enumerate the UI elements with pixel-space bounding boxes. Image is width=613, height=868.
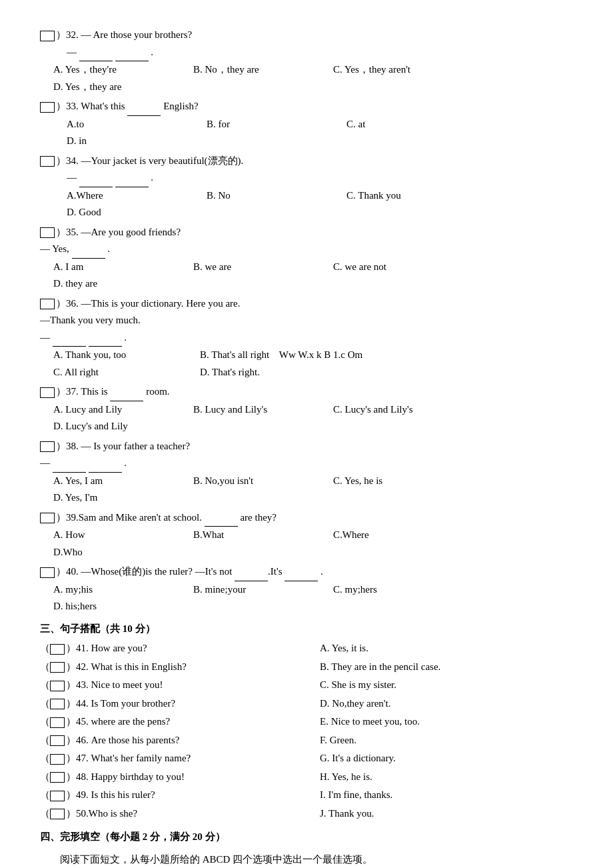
match-q48: （ ）48. Happy birthday to you! xyxy=(40,769,293,786)
q33-stem: ）33. What's this English? xyxy=(40,98,573,116)
q38-stem: ）38. — Is your father a teacher? xyxy=(40,438,573,455)
q34-blank-line: — . xyxy=(67,169,573,187)
question-37: ）37. This is room. A. Lucy and Lily B. L… xyxy=(40,383,573,435)
q35-optD: D. they are xyxy=(53,275,173,293)
section4-instruction: 阅读下面短文，从每小题所给的 ABCD 四个选项中选出一个最佳选项。 xyxy=(40,850,573,869)
match-ansE: E. Nice to meet you, too. xyxy=(320,713,573,731)
match-q41: （ ）41. How are you? xyxy=(40,640,293,657)
match-ansB: B. They are in the pencil case. xyxy=(320,659,573,676)
q32-optB: B. No，they are xyxy=(193,61,313,79)
q35-options: A. I am B. we are C. we are not D. they … xyxy=(53,259,573,293)
question-38: ）38. — Is your father a teacher? — . A. … xyxy=(40,438,573,507)
q40-optD: D. his;hers xyxy=(53,598,173,615)
q34-options: A.Where B. No C. Thank you D. Good xyxy=(67,187,573,221)
q38-optC: C. Yes, he is xyxy=(333,473,453,490)
q38-optA: A. Yes, I am xyxy=(53,473,173,490)
q32-stem: ）32. — Are those your brothers? xyxy=(40,27,573,44)
match-q49: （ ）49. Is this his ruler? xyxy=(40,787,293,804)
match-q46: （ ）46. Are those his parents? xyxy=(40,732,293,749)
q38-options: A. Yes, I am B. No,you isn't C. Yes, he … xyxy=(53,473,573,507)
q35-stem2: — Yes, . xyxy=(40,241,573,259)
match-left: （ ）41. How are you? （ ）42. What is this … xyxy=(40,640,293,823)
q40-stem: ）40. —Whose(谁的)is the ruler? —It's not .… xyxy=(40,563,573,581)
q37-optD: D. Lucy's and Lily xyxy=(53,418,173,435)
q34-optB: B. No xyxy=(207,187,326,205)
q36-optB: B. That's all right Ww W.x k B 1.c Om xyxy=(200,347,362,364)
q40-optA: A. my;his xyxy=(53,581,173,599)
q37-optA: A. Lucy and Lily xyxy=(53,401,173,419)
q36-options2: C. All right D. That's right. xyxy=(53,364,573,381)
question-35: ）35. —Are you good friends? — Yes, . A. … xyxy=(40,224,573,293)
match-ansI: I. I'm fine, thanks. xyxy=(320,787,573,804)
match-ansJ: J. Thank you. xyxy=(320,805,573,823)
q35-optC: C. we are not xyxy=(333,259,453,276)
q38-optB: B. No,you isn't xyxy=(193,473,313,490)
question-33: ）33. What's this English? A.to B. for C.… xyxy=(40,98,573,150)
q40-optB: B. mine;your xyxy=(193,581,313,599)
match-q50: （ ）50.Who is she? xyxy=(40,805,293,823)
match-ansD: D. No,they aren't. xyxy=(320,695,573,713)
q33-optA: A.to xyxy=(67,116,187,133)
question-32: ）32. — Are those your brothers? — . A. Y… xyxy=(40,27,573,95)
match-q43: （ ）43. Nice to meet you! xyxy=(40,677,293,694)
q36-blank-line: — . xyxy=(40,329,573,347)
q33-optB: B. for xyxy=(207,116,326,133)
q32-optC: C. Yes，they aren't xyxy=(333,61,453,79)
q39-optD: D.Who xyxy=(53,544,173,561)
match-right: A. Yes, it is. B. They are in the pencil… xyxy=(320,640,573,823)
q36-stem: ）36. —This is your dictionary. Here you … xyxy=(40,295,573,313)
question-36: ）36. —This is your dictionary. Here you … xyxy=(40,295,573,381)
q35-optA: A. I am xyxy=(53,259,173,276)
question-39: ）39.Sam and Mike aren't at school. are t… xyxy=(40,509,573,561)
q32-blank-line: — . xyxy=(67,44,573,62)
q33-options: A.to B. for C. at D. in xyxy=(67,116,573,150)
section3-title: 三、句子搭配（共 10 分） xyxy=(40,621,573,638)
q36-optD: D. That's right. xyxy=(200,364,260,381)
q39-optC: C.Where xyxy=(333,527,453,544)
section4-title: 四、完形填空（每小题 2 分，满分 20 分） xyxy=(40,829,573,846)
q36-optC: C. All right xyxy=(53,364,200,381)
q34-optC: C. Thank you xyxy=(346,187,466,205)
match-ansG: G. It's a dictionary. xyxy=(320,750,573,767)
q34-optD: D. Good xyxy=(67,204,187,221)
match-ansA: A. Yes, it is. xyxy=(320,640,573,657)
q35-optB: B. we are xyxy=(193,259,313,276)
q40-optC: C. my;hers xyxy=(333,581,453,599)
q39-options: A. How B.What C.Where D.Who xyxy=(53,527,573,561)
match-q45: （ ）45. where are the pens? xyxy=(40,713,293,731)
match-q47: （ ）47. What's her family name? xyxy=(40,750,293,767)
question-40: ）40. —Whose(谁的)is the ruler? —It's not .… xyxy=(40,563,573,615)
q36-options: A. Thank you, too B. That's all right Ww… xyxy=(53,347,573,364)
q34-stem: ）34. —Your jacket is very beautiful(漂亮的)… xyxy=(40,153,573,170)
q32-options: A. Yes，they're B. No，they are C. Yes，the… xyxy=(53,61,573,95)
q37-options: A. Lucy and Lily B. Lucy and Lily's C. L… xyxy=(53,401,573,435)
match-q44: （ ）44. Is Tom your brother? xyxy=(40,695,293,713)
matching-section: （ ）41. How are you? （ ）42. What is this … xyxy=(40,640,573,823)
match-q42: （ ）42. What is this in English? xyxy=(40,659,293,676)
q38-optD: D. Yes, I'm xyxy=(53,489,173,507)
q32-optA: A. Yes，they're xyxy=(53,61,173,79)
match-ansF: F. Green. xyxy=(320,732,573,749)
q33-optC: C. at xyxy=(346,116,466,133)
q32-number: ）32. — Are those your brothers? xyxy=(56,29,192,40)
q32-optD: D. Yes，they are xyxy=(53,79,173,96)
q40-options: A. my;his B. mine;your C. my;hers D. his… xyxy=(53,581,573,615)
q36-stem2: —Thank you very much. xyxy=(40,312,573,329)
q37-stem: ）37. This is room. xyxy=(40,383,573,401)
q37-optB: B. Lucy and Lily's xyxy=(193,401,313,419)
q37-optC: C. Lucy's and Lily's xyxy=(333,401,453,419)
q34-optA: A.Where xyxy=(67,187,187,205)
q38-blank-line: — . xyxy=(40,455,573,473)
q33-optD: D. in xyxy=(67,133,187,150)
q36-optA: A. Thank you, too xyxy=(53,347,200,364)
q35-stem: ）35. —Are you good friends? xyxy=(40,224,573,241)
match-ansH: H. Yes, he is. xyxy=(320,769,573,786)
q39-stem: ）39.Sam and Mike aren't at school. are t… xyxy=(40,509,573,527)
q39-optA: A. How xyxy=(53,527,173,544)
q39-optB: B.What xyxy=(193,527,313,544)
match-ansC: C. She is my sister. xyxy=(320,677,573,694)
question-34: ）34. —Your jacket is very beautiful(漂亮的)… xyxy=(40,153,573,221)
